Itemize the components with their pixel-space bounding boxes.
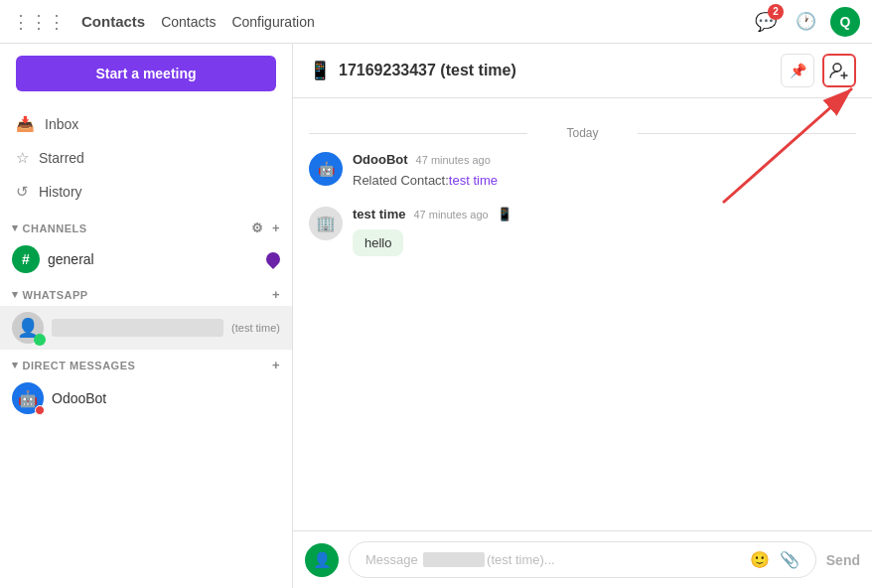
dm-odoobot[interactable]: 🤖 OdooBot [0,376,292,420]
whatsapp-chat-icon: 📱 [309,60,331,81]
input-avatar-icon: 👤 [313,551,332,569]
sidebar-item-label-starred: Starred [39,150,84,166]
channels-section-header: ▾ CHANNELS ⚙ + [0,213,292,239]
input-user-avatar: 👤 [305,543,339,577]
channels-chevron: ▾ [12,221,19,234]
history-icon: ↺ [16,183,29,201]
sidebar: Start a meeting 📥 Inbox ☆ Starred ↺ Hist… [0,44,293,588]
msg-header-odoobot: OdooBot 47 minutes ago [353,152,856,167]
odoobot-msg-avatar: 🤖 [309,152,343,186]
testtime-avatar-icon: 🏢 [316,214,336,232]
odoobot-status [35,405,45,415]
user-icon-btn[interactable]: Q [830,7,860,37]
emoji-icon[interactable]: 🙂 [750,550,770,569]
odoobot-avatar: 🤖 [12,382,44,414]
nav-contacts[interactable]: Contacts [161,14,216,30]
channels-label: CHANNELS [23,222,87,234]
dm-toggle[interactable]: ▾ DIRECT MESSAGES [12,359,272,371]
odoobot-icon: 🤖 [318,161,335,177]
channel-general[interactable]: # general [0,239,292,279]
chat-header: 📱 17169233437 (test time) 📌 [293,44,872,98]
channels-settings-icon[interactable]: ⚙ [251,220,264,235]
whatsapp-add-icon[interactable]: + [272,287,280,302]
input-action-icons: 🙂 📎 [750,550,799,569]
whatsapp-contact-item[interactable]: 👤 (test time) [0,306,292,350]
send-button[interactable]: Send [826,552,860,568]
add-user-button[interactable] [822,54,856,87]
msg-time-testtime: 47 minutes ago [413,209,488,220]
grid-icon[interactable]: ⋮⋮⋮ [12,11,66,33]
msg-content-odoobot: OdooBot 47 minutes ago Related Contact:t… [353,152,856,191]
dm-chevron: ▾ [12,359,19,371]
sidebar-item-starred[interactable]: ☆ Starred [0,141,292,175]
nav-icons: 💬 2 🕐 Q [751,7,860,37]
chat-input-box[interactable]: Message (test time)... 🙂 📎 [349,541,816,578]
channels-add-icon[interactable]: + [272,220,280,235]
dm-label: DIRECT MESSAGES [23,360,136,371]
channels-toggle[interactable]: ▾ CHANNELS [12,221,251,234]
whatsapp-chevron: ▾ [12,288,19,301]
sidebar-item-label-history: History [39,184,82,200]
chat-area: 📱 17169233437 (test time) 📌 [293,44,872,588]
inbox-icon: 📥 [16,115,35,133]
chat-input-area: 👤 Message (test time)... 🙂 📎 Send [293,530,872,588]
messages-icon-btn[interactable]: 💬 2 [751,7,781,37]
msg-bubble-hello: hello [353,229,403,256]
today-label: Today [566,126,598,140]
msg-content-testtime: test time 47 minutes ago 📱 hello [353,207,856,256]
sidebar-navigation: 📥 Inbox ☆ Starred ↺ History [0,103,292,213]
msg-sender-odoobot: OdooBot [353,152,408,167]
testtime-msg-avatar: 🏢 [309,207,343,240]
whatsapp-section-header: ▾ WHATSAPP + [0,279,292,306]
start-meeting-button[interactable]: Start a meeting [16,56,276,91]
whatsapp-toggle[interactable]: ▾ WHATSAPP [12,288,272,301]
msg-header-testtime: test time 47 minutes ago 📱 [353,207,856,221]
pin-button[interactable]: 📌 [781,54,814,87]
sidebar-item-inbox[interactable]: 📥 Inbox [0,107,292,141]
attachment-icon[interactable]: 📎 [780,550,799,569]
sidebar-item-history[interactable]: ↺ History [0,175,292,209]
whatsapp-msg-icon: 📱 [497,207,512,221]
star-icon: ☆ [16,149,29,167]
message-badge: 2 [768,4,784,20]
channel-dot-indicator [263,249,283,269]
sidebar-item-label-inbox: Inbox [45,116,78,132]
clock-icon-btn[interactable]: 🕐 [791,7,820,37]
main-layout: Start a meeting 📥 Inbox ☆ Starred ↺ Hist… [0,44,872,588]
chat-messages: Today 🤖 OdooBot 47 minutes ago Related C… [293,98,872,530]
chat-header-actions: 📌 [781,54,856,87]
channel-name-general: general [48,251,258,267]
whatsapp-avatar: 👤 [12,312,44,344]
input-placeholder-text: Message (test time)... [365,552,750,567]
odoobot-avatar-icon: 🤖 [18,389,38,408]
dm-section-header: ▾ DIRECT MESSAGES + [0,350,292,376]
contact-link[interactable]: test time [449,173,498,188]
today-divider: Today [309,126,856,140]
whatsapp-badge [34,334,46,346]
dm-name-odoobot: OdooBot [52,390,106,406]
message-row-odoobot: 🤖 OdooBot 47 minutes ago Related Contact… [309,152,856,191]
top-navigation: ⋮⋮⋮ Contacts Contacts Configuration 💬 2 … [0,0,872,44]
msg-time-odoobot: 47 minutes ago [416,154,491,166]
whatsapp-contact-suffix: (test time) [231,322,280,334]
nav-configuration[interactable]: Configuration [231,14,314,30]
msg-sender-testtime: test time [353,207,405,221]
chat-title: 17169233437 (test time) [339,62,781,79]
channel-hash-icon: # [12,245,40,273]
svg-point-1 [833,64,841,72]
whatsapp-label: WHATSAPP [23,289,88,301]
message-row-testtime: 🏢 test time 47 minutes ago 📱 hello [309,207,856,256]
whatsapp-contact-name [52,319,223,337]
msg-body-odoobot: Related Contact:test time [353,171,856,191]
dm-add-icon[interactable]: + [272,358,280,372]
brand-label: Contacts [81,13,145,30]
svg-point-0 [37,337,43,343]
